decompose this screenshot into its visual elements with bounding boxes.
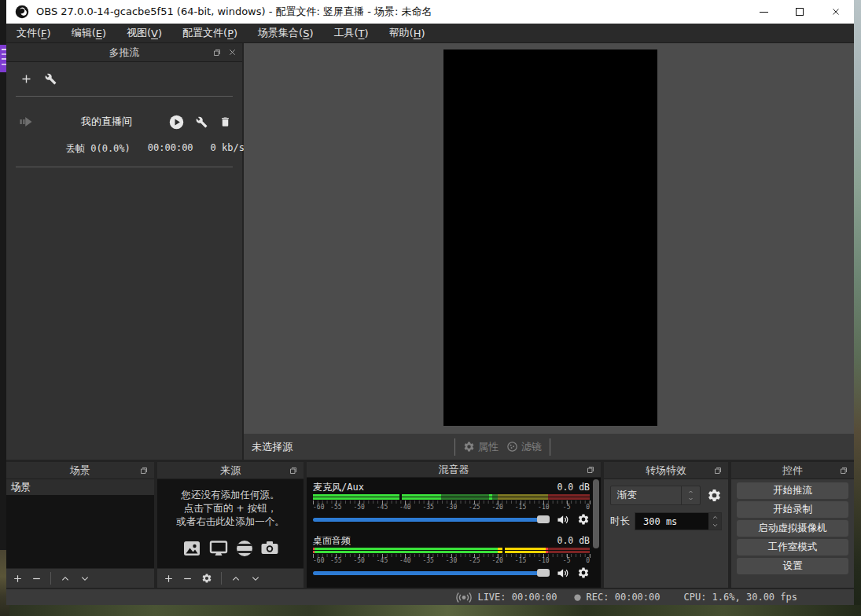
control-button-1[interactable]: 开始录制 [737, 501, 848, 518]
desktop-wallpaper-bottom [0, 605, 861, 616]
transition-selected-value: 渐变 [611, 489, 681, 502]
duration-decrement-button[interactable] [711, 522, 719, 528]
menu-item-f[interactable]: 文件(F) [6, 24, 61, 42]
dock-float-icon[interactable] [713, 466, 723, 475]
db-tick-label: -35 [422, 557, 433, 564]
db-tick-label: -20 [491, 504, 502, 511]
source-move-down-button[interactable] [250, 574, 261, 583]
menu-item-t[interactable]: 工具(T) [324, 24, 379, 42]
scene-move-down-button[interactable] [79, 574, 90, 583]
controls-dock: 控件 开始推流开始录制启动虚拟摄像机工作室模式设置 [731, 462, 854, 588]
duration-increment-button[interactable] [711, 515, 719, 520]
control-button-4[interactable]: 设置 [737, 558, 848, 574]
mixer-scrollbar-handle[interactable] [593, 479, 599, 548]
source-properties-gear-button[interactable] [201, 573, 212, 584]
source-toolbar: 未选择源 属性 滤镜 [244, 434, 854, 460]
status-bar: LIVE: 00:00:00 REC: 00:00:00 CPU: 1.6%, … [6, 589, 854, 605]
stream-play-button[interactable] [169, 115, 184, 130]
channel-settings-gear-button[interactable] [577, 513, 590, 526]
stream-delete-button[interactable] [219, 116, 231, 128]
scene-list-item[interactable]: 场景 [6, 479, 154, 495]
menu-item-p[interactable]: 配置文件(P) [172, 24, 248, 42]
volume-slider[interactable] [313, 512, 550, 527]
dock-float-icon[interactable] [586, 465, 595, 475]
channel-db-value: 0.0 dB [557, 535, 590, 546]
dock-float-icon[interactable] [212, 48, 222, 57]
mute-speaker-button[interactable] [556, 513, 571, 526]
transition-select-spinner[interactable] [681, 486, 700, 504]
window-title: OBS 27.0.0-14-gcacbe5f51 (64-bit, window… [36, 5, 432, 19]
menu-item-h[interactable]: 帮助(H) [379, 24, 436, 42]
add-stream-button[interactable] [20, 73, 32, 85]
maximize-button[interactable] [782, 0, 818, 24]
db-tick-label: -55 [330, 504, 341, 511]
close-button[interactable] [818, 0, 854, 24]
add-source-button[interactable] [164, 574, 174, 584]
audio-channel-desktop: 桌面音频 0.0 dB -60-55-50-45-40-35-30-25-20-… [313, 534, 590, 581]
minimize-button[interactable] [745, 0, 782, 24]
menu-item-v[interactable]: 视图(V) [116, 24, 172, 42]
filters-button[interactable]: 滤镜 [506, 440, 542, 454]
display-source-icon [207, 539, 230, 558]
divider [550, 438, 550, 456]
multistream-dock-title: 多推流 [6, 46, 242, 60]
desktop: OBS 27.0.0-14-gcacbe5f51 (64-bit, window… [0, 0, 861, 616]
rec-time: REC: 00:00:00 [587, 592, 660, 603]
db-tick-label: 0 [586, 504, 590, 511]
browser-source-globe-icon [234, 539, 255, 558]
control-button-0[interactable]: 开始推流 [737, 482, 848, 499]
remove-scene-button[interactable] [31, 574, 42, 584]
stream-status-arrow-icon [17, 115, 35, 129]
vu-meter-right [313, 551, 590, 553]
chevron-down-icon [687, 497, 694, 501]
duration-value: 300 ms [635, 516, 708, 527]
obs-window-body: 多推流 我的直播间 丢帧 0(0. [6, 43, 854, 605]
sources-empty-area[interactable]: 您还没有添加任何源。点击下面的 + 按钮，或者右击此处添加一个。 [157, 479, 304, 568]
scene-move-up-button[interactable] [60, 574, 71, 583]
volume-slider[interactable] [313, 565, 550, 581]
minimize-icon [760, 12, 768, 13]
dock-float-icon[interactable] [839, 466, 848, 475]
remove-source-button[interactable] [182, 574, 193, 584]
add-scene-button[interactable] [13, 574, 23, 584]
properties-button[interactable]: 属性 [463, 440, 499, 454]
control-button-3[interactable]: 工作室模式 [737, 539, 848, 556]
mute-speaker-button[interactable] [556, 566, 571, 580]
maximize-icon [796, 8, 804, 16]
audio-channel-mic: 麦克风/Aux 0.0 dB -60-55-50-45-40-35-30-25-… [313, 481, 590, 527]
source-move-up-button[interactable] [230, 574, 241, 583]
dock-float-icon[interactable] [289, 466, 298, 475]
scenes-dock-title: 场景 [6, 464, 154, 478]
live-time: LIVE: 00:00:00 [477, 592, 557, 603]
mixer-scrollbar[interactable] [592, 478, 600, 588]
db-tick-label: -30 [446, 557, 457, 564]
stream-bitrate: 0 kb/s [211, 142, 245, 156]
menu-item-s[interactable]: 场景集合(S) [248, 24, 323, 42]
channel-name: 麦克风/Aux [313, 481, 364, 494]
db-tick-label: -10 [538, 557, 549, 564]
stream-entry: 我的直播间 [6, 103, 242, 141]
preview-canvas [443, 50, 657, 426]
stream-edit-wrench-button[interactable] [196, 116, 208, 128]
menu-item-e[interactable]: 编辑(E) [61, 24, 116, 42]
transition-settings-gear-button[interactable] [707, 488, 722, 503]
db-tick-label: -25 [469, 504, 480, 511]
transitions-dock: 转场特效 渐变 时长 300 m [604, 462, 728, 588]
volume-slider-handle[interactable] [537, 515, 550, 523]
sources-hint-line: 您还没有添加任何源。 [157, 489, 304, 502]
vu-meter-right [313, 497, 590, 500]
transition-select[interactable]: 渐变 [610, 486, 701, 505]
dock-float-icon[interactable] [139, 466, 149, 475]
db-tick-label: -50 [353, 557, 364, 564]
multistream-settings-wrench-icon[interactable] [45, 73, 57, 85]
control-button-2[interactable]: 启动虚拟摄像机 [737, 520, 848, 537]
duration-spinbox[interactable]: 300 ms [635, 512, 722, 530]
db-tick-label: -55 [330, 557, 341, 564]
dock-close-icon[interactable] [228, 48, 237, 57]
scenes-dock: 场景 场景 [6, 462, 154, 588]
channel-settings-gear-button[interactable] [577, 566, 590, 579]
volume-slider-handle[interactable] [537, 569, 550, 577]
channel-name: 桌面音频 [313, 534, 351, 548]
menu-bar: 文件(F)编辑(E)视图(V)配置文件(P)场景集合(S)工具(T)帮助(H) [6, 24, 854, 43]
db-tick-label: -10 [538, 504, 549, 511]
